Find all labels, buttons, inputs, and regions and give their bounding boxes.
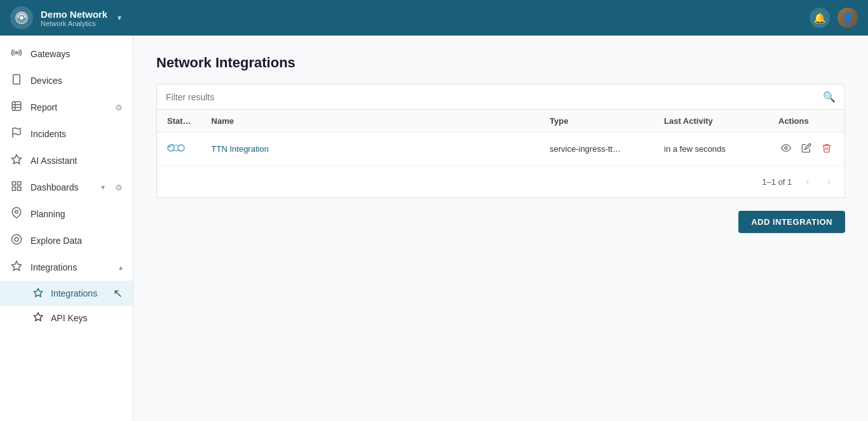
sidebar-item-report[interactable]: Report ⚙ <box>0 94 133 121</box>
sidebar-integrations-parent-label: Integrations <box>31 262 111 272</box>
status-icon <box>167 142 185 154</box>
sidebar: Gateways Devices Report ⚙ Incidents <box>0 36 133 421</box>
svg-point-1 <box>16 52 18 54</box>
svg-point-19 <box>169 146 171 148</box>
planning-icon <box>10 207 23 221</box>
filter-bar: 🔍 <box>156 84 845 110</box>
svg-rect-12 <box>12 187 15 190</box>
sidebar-report-label: Report <box>31 102 107 112</box>
integrations-sub-icon <box>33 288 43 300</box>
table: Stat… Name Type Last Activity Actions <box>157 110 844 165</box>
app-logo[interactable] <box>10 6 33 29</box>
svg-marker-9 <box>12 155 22 164</box>
sidebar-sub-item-api-keys[interactable]: API Keys <box>0 306 133 330</box>
svg-rect-10 <box>12 182 15 185</box>
report-gear-icon[interactable]: ⚙ <box>115 103 123 112</box>
integrations-icon <box>10 260 23 274</box>
app-body: Gateways Devices Report ⚙ Incidents <box>0 36 868 421</box>
svg-rect-11 <box>18 182 21 185</box>
table-body: TTN Integration service-ingress-tt… in a… <box>157 133 844 166</box>
ai-assistant-icon <box>10 154 23 168</box>
edit-button[interactable] <box>799 140 814 157</box>
edit-icon <box>801 143 811 153</box>
search-icon: 🔍 <box>823 91 836 103</box>
svg-rect-13 <box>18 187 21 190</box>
col-name: Name <box>201 110 539 133</box>
svg-point-21 <box>785 147 787 149</box>
user-avatar[interactable]: 👤 <box>837 8 858 28</box>
filter-input[interactable] <box>166 92 823 102</box>
svg-point-16 <box>15 237 18 241</box>
trash-icon <box>822 143 832 153</box>
svg-point-15 <box>12 235 22 244</box>
explore-data-icon <box>10 234 23 248</box>
network-subtitle: Network Analytics <box>41 20 107 27</box>
incidents-icon <box>10 127 23 141</box>
sidebar-gateways-label: Gateways <box>31 49 123 59</box>
header-title: Demo Network Network Analytics <box>41 9 107 27</box>
sidebar-item-gateways[interactable]: Gateways <box>0 41 133 67</box>
gateway-icon <box>10 47 23 61</box>
sidebar-item-dashboards[interactable]: Dashboards ▾ ⚙ <box>0 174 133 201</box>
svg-rect-4 <box>12 102 21 110</box>
table-header: Stat… Name Type Last Activity Actions <box>157 110 844 133</box>
view-button[interactable] <box>778 140 794 157</box>
sidebar-item-planning[interactable]: Planning <box>0 201 133 227</box>
eye-icon <box>781 143 791 153</box>
header-right: 🔔 👤 <box>810 8 858 28</box>
col-last-activity: Last Activity <box>654 110 768 133</box>
logo-icon <box>15 11 29 25</box>
dashboards-gear-icon[interactable]: ⚙ <box>115 183 123 192</box>
col-status: Stat… <box>157 110 201 133</box>
dashboards-chevron-icon[interactable]: ▾ <box>101 183 105 192</box>
page-title: Network Integrations <box>156 55 845 71</box>
add-integration-container: ADD INTEGRATION <box>156 211 845 233</box>
pagination: 1–1 of 1 ‹ › <box>157 165 844 197</box>
sidebar-item-integrations[interactable]: Integrations ▴ <box>0 254 133 281</box>
prev-page-button[interactable]: ‹ <box>802 173 813 190</box>
app-header: Demo Network Network Analytics ▾ 🔔 👤 <box>0 0 868 36</box>
svg-point-14 <box>15 210 18 213</box>
device-icon <box>10 74 23 88</box>
col-type: Type <box>539 110 654 133</box>
pagination-range: 1–1 <box>762 177 776 187</box>
sidebar-explore-data-label: Explore Data <box>31 236 123 246</box>
delete-button[interactable] <box>819 140 834 157</box>
sidebar-item-explore-data[interactable]: Explore Data <box>0 227 133 254</box>
last-activity-cell: in a few seconds <box>654 133 768 166</box>
sidebar-item-incidents[interactable]: Incidents <box>0 121 133 147</box>
notifications-button[interactable]: 🔔 <box>810 8 830 28</box>
cursor-icon: ↖ <box>113 286 123 300</box>
sidebar-incidents-label: Incidents <box>31 129 123 139</box>
sidebar-devices-label: Devices <box>31 76 123 86</box>
actions-cell <box>768 133 844 166</box>
sidebar-ai-assistant-label: AI Assistant <box>31 156 123 166</box>
network-name: Demo Network <box>41 9 107 20</box>
table-row: TTN Integration service-ingress-tt… in a… <box>157 133 844 166</box>
add-integration-button[interactable]: ADD INTEGRATION <box>738 211 845 233</box>
name-cell: TTN Integration <box>201 133 539 166</box>
actions-container <box>778 140 834 157</box>
pagination-total: 1 <box>787 177 792 187</box>
sidebar-integrations-sub-label: Integrations <box>51 288 97 298</box>
sidebar-api-keys-label: API Keys <box>51 313 88 323</box>
next-page-button[interactable]: › <box>824 173 834 190</box>
integration-name-link[interactable]: TTN Integration <box>212 144 269 154</box>
col-actions: Actions <box>768 110 844 133</box>
api-keys-icon <box>33 312 43 324</box>
report-icon <box>10 100 23 114</box>
sidebar-planning-label: Planning <box>31 209 123 219</box>
sidebar-sub-item-integrations[interactable]: Integrations ↖ <box>0 281 133 306</box>
pagination-of: of <box>778 177 787 187</box>
pagination-info: 1–1 of 1 <box>762 177 792 187</box>
bell-icon: 🔔 <box>813 12 826 24</box>
type-cell: service-ingress-tt… <box>539 133 654 166</box>
header-left: Demo Network Network Analytics ▾ <box>10 6 121 29</box>
status-cell <box>157 133 201 166</box>
sidebar-item-ai-assistant[interactable]: AI Assistant <box>0 147 133 174</box>
svg-point-0 <box>20 16 24 20</box>
header-chevron-icon[interactable]: ▾ <box>118 13 121 22</box>
sidebar-dashboards-label: Dashboards <box>31 182 93 192</box>
integrations-chevron-icon[interactable]: ▴ <box>119 263 123 272</box>
sidebar-item-devices[interactable]: Devices <box>0 67 133 94</box>
